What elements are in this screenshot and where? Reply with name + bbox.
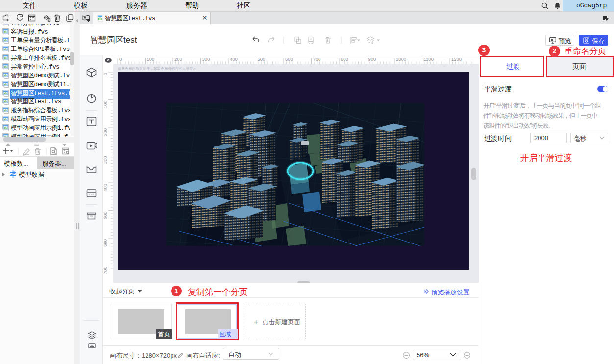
svg-text:600: 600 — [103, 239, 108, 247]
svg-text:500: 500 — [103, 212, 108, 219]
svg-text:800: 800 — [341, 56, 348, 62]
svg-text:100: 100 — [103, 101, 108, 109]
svg-text:400: 400 — [103, 184, 108, 192]
svg-text:200: 200 — [103, 128, 108, 136]
svg-text:1000: 1000 — [396, 56, 406, 62]
svg-text:200: 200 — [174, 56, 182, 62]
svg-text:900: 900 — [368, 56, 376, 62]
svg-text:400: 400 — [230, 56, 238, 62]
svg-text:700: 700 — [103, 267, 108, 275]
svg-text:300: 300 — [103, 156, 108, 164]
svg-text:100: 100 — [147, 56, 155, 62]
svg-text:1100: 1100 — [424, 56, 434, 62]
svg-text:600: 600 — [285, 56, 293, 62]
svg-text:700: 700 — [313, 56, 321, 62]
svg-text:500: 500 — [258, 56, 266, 62]
svg-text:300: 300 — [202, 56, 210, 62]
svg-text:0: 0 — [119, 56, 122, 62]
svg-text:1200: 1200 — [451, 56, 462, 62]
svg-text:0: 0 — [103, 73, 108, 75]
